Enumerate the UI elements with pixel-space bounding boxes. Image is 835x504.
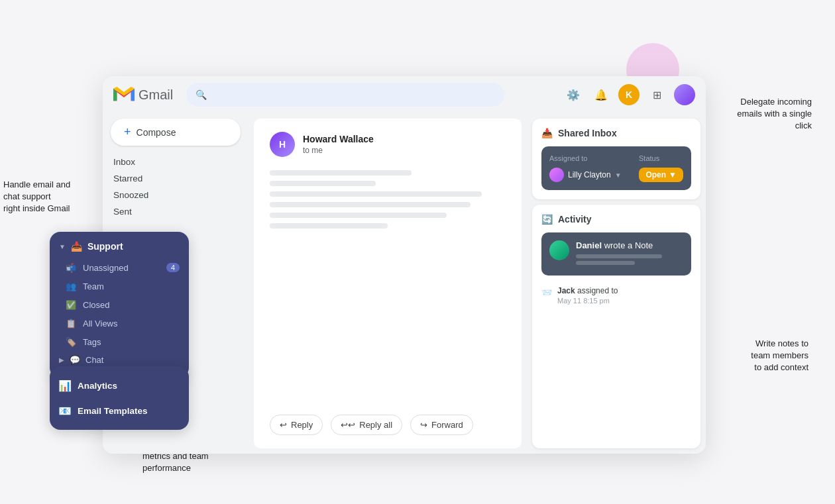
bottom-nav-section: 📊 Analytics 📧 Email Templates: [50, 366, 189, 430]
note-author: Daniel: [576, 240, 602, 250]
team-label: Team: [83, 281, 104, 291]
support-item-team[interactable]: 👥 Team: [50, 277, 189, 295]
assign-controls: Lilly Clayton ▼ Open ▼: [549, 168, 683, 182]
note-author-avatar: [549, 240, 569, 260]
shared-inbox-header: 📥 Shared Inbox: [541, 128, 691, 138]
support-inbox-icon: 📥: [71, 241, 82, 252]
email-body-lines: [270, 170, 506, 228]
assign-labels: Assigned to Status: [549, 154, 683, 162]
assign-row: Assigned to Status Lilly Clayton ▼ Open …: [541, 146, 691, 190]
status-badge[interactable]: Open ▼: [639, 168, 683, 182]
closed-icon: ✅: [66, 299, 76, 310]
support-chevron-icon: ▼: [59, 243, 66, 250]
assignee-chevron-icon: ▼: [615, 172, 622, 179]
support-title: Support: [87, 241, 123, 252]
compose-button[interactable]: + Compose: [111, 119, 241, 146]
tags-label: Tags: [83, 337, 101, 347]
gmail-body: + Compose Inbox Starred Snoozed Sent H H…: [103, 113, 706, 454]
support-section: ▼ 📥 Support 📬 Unassigned 4 👥 Team ✅ Clos…: [50, 232, 189, 378]
email-templates-item[interactable]: 📧 Email Templates: [50, 398, 189, 423]
annotation-right-bottom: Write notes to team members to add conte…: [751, 338, 808, 374]
shared-inbox-title: Shared Inbox: [558, 128, 617, 138]
annotation-right-top: Delegate incoming emails with a single c…: [737, 96, 812, 132]
sidebar-item-snoozed[interactable]: Snoozed: [103, 187, 241, 203]
compose-label: Compose: [137, 127, 176, 138]
analytics-label: Analytics: [78, 381, 117, 391]
notifications-icon[interactable]: 🔔: [590, 84, 612, 105]
closed-label: Closed: [83, 300, 109, 310]
unassigned-badge: 4: [166, 263, 180, 272]
email-templates-label: Email Templates: [78, 406, 148, 416]
email-line-4: [270, 202, 471, 207]
sender-to: to me: [303, 146, 374, 155]
activity-log-row: 📨 Jack assigned to May 11 8:15 pm: [541, 282, 691, 309]
gmail-topbar: Gmail 🔍 ⚙️ 🔔 K ⊞: [103, 76, 706, 113]
search-bar[interactable]: 🔍: [186, 83, 504, 107]
support-header: ▼ 📥 Support: [50, 241, 189, 258]
email-line-2: [270, 181, 376, 186]
email-actions: ↩ Reply ↩↩ Reply all ↪ Forward: [270, 415, 506, 435]
assignee-select[interactable]: Lilly Clayton ▼: [549, 168, 634, 182]
settings-icon[interactable]: ⚙️: [563, 84, 584, 105]
activity-card: 🔄 Activity Daniel wrote a Note: [532, 205, 700, 448]
reply-button[interactable]: ↩ Reply: [270, 415, 323, 435]
status-chevron-icon: ▼: [669, 170, 677, 179]
email-templates-icon: 📧: [59, 405, 71, 417]
support-item-closed[interactable]: ✅ Closed: [50, 295, 189, 314]
email-line-1: [270, 170, 412, 176]
reply-all-label: Reply all: [359, 420, 392, 430]
activity-header: 🔄 Activity: [541, 214, 691, 225]
assignee-name: Lilly Clayton: [568, 170, 611, 179]
support-item-unassigned[interactable]: 📬 Unassigned 4: [50, 258, 189, 277]
status-value: Open: [645, 170, 666, 179]
sender-name: Howard Wallace: [303, 134, 374, 144]
reply-all-button[interactable]: ↩↩ Reply all: [331, 415, 402, 435]
activity-log-text: Jack assigned to: [557, 286, 618, 295]
email-line-3: [270, 191, 482, 197]
activity-title: Activity: [558, 214, 592, 225]
activity-log-content: Jack assigned to May 11 8:15 pm: [557, 286, 618, 305]
chat-chevron-icon: ▶: [59, 356, 64, 364]
forward-label: Forward: [431, 420, 463, 430]
status-header-label: Status: [639, 154, 683, 162]
email-sender-row: H Howard Wallace to me: [270, 132, 506, 157]
note-content: Daniel wrote a Note: [576, 240, 683, 268]
team-icon: 👥: [66, 281, 76, 291]
unassigned-label: Unassigned: [83, 263, 129, 273]
search-icon: 🔍: [195, 89, 207, 100]
annotation-left: Handle email and chat support right insi…: [3, 179, 70, 215]
shared-inbox-icon: 📥: [541, 128, 553, 138]
support-item-allviews[interactable]: 📋 All Views: [50, 314, 189, 332]
sidebar-item-sent[interactable]: Sent: [103, 203, 241, 220]
gmail-m-icon: [113, 87, 135, 103]
unassigned-icon: 📬: [66, 262, 76, 273]
support-item-tags[interactable]: 🏷️ Tags: [50, 332, 189, 351]
topbar-icons: ⚙️ 🔔 K ⊞: [563, 84, 695, 105]
email-line-5: [270, 213, 447, 218]
reply-icon: ↩: [280, 420, 287, 430]
note-line-2: [576, 261, 635, 265]
sidebar-item-starred[interactable]: Starred: [103, 170, 241, 187]
user-avatar[interactable]: [674, 84, 695, 105]
allviews-label: All Views: [83, 319, 118, 328]
tags-icon: 🏷️: [66, 336, 76, 347]
activity-log-time: May 11 8:15 pm: [557, 297, 618, 305]
gmail-title-text: Gmail: [139, 87, 173, 103]
allviews-icon: 📋: [66, 318, 76, 328]
sender-avatar: H: [270, 132, 295, 157]
account-icon[interactable]: K: [618, 84, 640, 105]
chat-bubble-icon: 💬: [70, 355, 80, 365]
forward-button[interactable]: ↪ Forward: [410, 415, 473, 435]
chat-label: Chat: [85, 355, 103, 365]
assigned-to-label: Assigned to: [549, 154, 594, 162]
note-text: Daniel wrote a Note: [576, 240, 683, 250]
sender-info: Howard Wallace to me: [303, 134, 374, 155]
sidebar-item-inbox[interactable]: Inbox: [103, 154, 241, 170]
email-content-area: H Howard Wallace to me ↩ Reply: [254, 119, 522, 448]
compose-plus-icon: +: [124, 125, 131, 139]
gmail-logo: Gmail: [113, 87, 173, 103]
assignee-avatar: [549, 168, 564, 182]
gmail-window: Gmail 🔍 ⚙️ 🔔 K ⊞ + Compose Inbox Starred…: [103, 76, 706, 454]
analytics-item[interactable]: 📊 Analytics: [50, 373, 189, 398]
apps-icon[interactable]: ⊞: [646, 84, 667, 105]
